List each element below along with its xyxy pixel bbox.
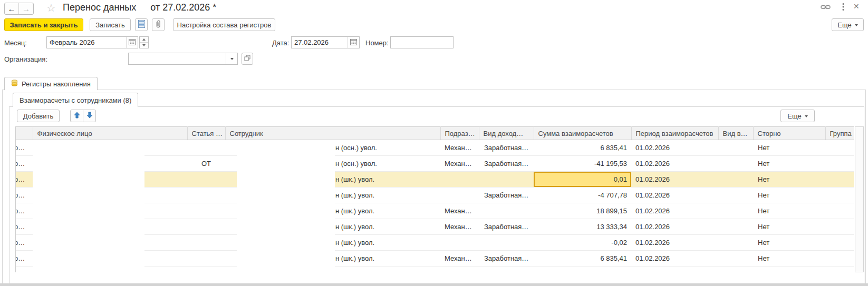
cell-group[interactable] — [825, 156, 854, 172]
cell-marker[interactable]: о… — [16, 140, 33, 156]
cell-payment-type[interactable] — [718, 203, 753, 219]
organization-input[interactable] — [129, 53, 226, 64]
cell-group[interactable] — [825, 219, 854, 235]
number-input[interactable] — [391, 37, 453, 48]
cell-income-type[interactable]: Заработная… — [479, 219, 534, 235]
horizontal-scrollbar[interactable] — [0, 283, 868, 286]
cell-period[interactable]: 01.02.2026 — [631, 203, 718, 219]
cell-marker[interactable]: о… — [16, 172, 33, 188]
cell-income-type[interactable] — [479, 203, 534, 219]
move-row-down-button[interactable] — [83, 110, 96, 122]
cell-group[interactable] — [825, 172, 854, 188]
cell-marker[interactable]: о… — [16, 219, 33, 235]
cell-marker[interactable]: о… — [16, 235, 33, 251]
cell-amount[interactable]: 0,01 — [534, 172, 631, 188]
month-spin-up-button[interactable] — [140, 37, 148, 43]
cell-article[interactable] — [187, 251, 225, 267]
cell-group[interactable] — [825, 235, 854, 251]
add-row-button[interactable]: Добавить — [17, 110, 60, 122]
cell-amount[interactable]: 6 835,41 — [534, 140, 631, 156]
cell-income-type[interactable] — [479, 235, 534, 251]
cell-storno[interactable]: Нет — [753, 219, 825, 235]
favorite-star-icon[interactable]: ☆ — [46, 3, 56, 13]
cell-income-type[interactable] — [479, 172, 534, 188]
cell-marker[interactable]: о… — [16, 156, 33, 172]
save-button[interactable]: Записать — [90, 18, 131, 31]
cell-department[interactable]: Механ… — [440, 251, 479, 267]
cell-storno[interactable]: Нет — [753, 156, 825, 172]
cell-department[interactable]: Механ… — [440, 219, 479, 235]
cell-payment-type[interactable] — [718, 156, 753, 172]
cell-payment-type[interactable] — [718, 140, 753, 156]
organization-open-button[interactable] — [242, 53, 253, 65]
cell-group[interactable] — [825, 140, 854, 156]
cell-storno[interactable]: Нет — [753, 172, 825, 188]
cell-group[interactable] — [825, 203, 854, 219]
cell-article[interactable] — [187, 172, 225, 188]
cell-department[interactable]: Механ… — [440, 140, 479, 156]
cell-income-type[interactable]: Заработная… — [479, 188, 534, 203]
cell-marker[interactable]: о… — [16, 251, 33, 267]
cell-amount[interactable]: 18 899,15 — [534, 203, 631, 219]
cell-storno[interactable]: Нет — [753, 140, 825, 156]
vertical-scrollbar[interactable] — [855, 126, 864, 272]
cell-storno[interactable]: Нет — [753, 188, 825, 203]
cell-department[interactable]: Механ… — [440, 203, 479, 219]
month-calendar-button[interactable] — [126, 37, 138, 48]
cell-marker[interactable]: о… — [16, 203, 33, 219]
cell-payment-type[interactable] — [718, 219, 753, 235]
cell-storno[interactable]: Нет — [753, 235, 825, 251]
cell-storno[interactable]: Нет — [753, 203, 825, 219]
cell-amount[interactable]: -41 195,53 — [534, 156, 631, 172]
cell-article[interactable] — [187, 140, 225, 156]
date-input[interactable] — [292, 37, 348, 48]
more-button-top[interactable]: Еще — [832, 18, 864, 31]
move-row-up-button[interactable] — [70, 110, 83, 122]
cell-period[interactable]: 01.02.2026 — [631, 172, 718, 188]
cell-marker[interactable]: о… — [16, 188, 33, 203]
month-spin-down-button[interactable] — [140, 43, 148, 48]
cell-payment-type[interactable] — [718, 235, 753, 251]
attachments-button[interactable] — [152, 18, 165, 31]
cell-period[interactable]: 01.02.2026 — [631, 235, 718, 251]
cell-amount[interactable]: -0,02 — [534, 235, 631, 251]
cell-income-type[interactable]: Заработная… — [479, 251, 534, 267]
cell-department[interactable] — [440, 188, 479, 203]
save-and-close-button[interactable]: Записать и закрыть — [4, 18, 83, 31]
cell-period[interactable]: 01.02.2026 — [631, 140, 718, 156]
cell-article[interactable] — [187, 203, 225, 219]
cell-amount[interactable]: 6 835,41 — [534, 251, 631, 267]
cell-period[interactable]: 01.02.2026 — [631, 188, 718, 203]
cell-payment-type[interactable] — [718, 188, 753, 203]
cell-amount[interactable]: -4 707,78 — [534, 188, 631, 203]
month-input[interactable] — [47, 37, 126, 48]
cell-department[interactable] — [440, 172, 479, 188]
forward-button[interactable]: → — [19, 3, 33, 14]
cell-storno[interactable]: Нет — [753, 251, 825, 267]
cell-payment-type[interactable] — [718, 172, 753, 188]
cell-income-type[interactable]: Заработная… — [479, 156, 534, 172]
back-button[interactable]: ← — [5, 3, 19, 14]
cell-department[interactable] — [440, 235, 479, 251]
cell-group[interactable] — [825, 251, 854, 267]
cell-article[interactable] — [187, 219, 225, 235]
more-menu-dots-icon[interactable] — [842, 3, 844, 13]
cell-period[interactable]: 01.02.2026 — [631, 219, 718, 235]
close-icon[interactable]: ✕ — [853, 2, 860, 11]
more-button-table[interactable]: Еще — [780, 110, 815, 122]
cell-period[interactable]: 01.02.2026 — [631, 251, 718, 267]
register-records-button[interactable] — [135, 18, 148, 31]
tab-settlements[interactable]: Взаиморасчеты с сотрудниками (8) — [13, 93, 138, 107]
get-link-icon[interactable] — [821, 4, 831, 12]
organization-dropdown-button[interactable] — [226, 53, 237, 64]
registers-setup-button[interactable]: Настройка состава регистров — [173, 18, 275, 31]
cell-payment-type[interactable] — [718, 251, 753, 267]
cell-period[interactable]: 01.02.2026 — [631, 156, 718, 172]
cell-article[interactable]: ОТ — [187, 156, 225, 172]
cell-department[interactable]: Механ… — [440, 156, 479, 172]
cell-article[interactable] — [187, 235, 225, 251]
cell-income-type[interactable]: Заработная… — [479, 140, 534, 156]
cell-amount[interactable]: 13 333,34 — [534, 219, 631, 235]
cell-group[interactable] — [825, 188, 854, 203]
tab-registers[interactable]: Регистры накопления — [4, 77, 98, 90]
